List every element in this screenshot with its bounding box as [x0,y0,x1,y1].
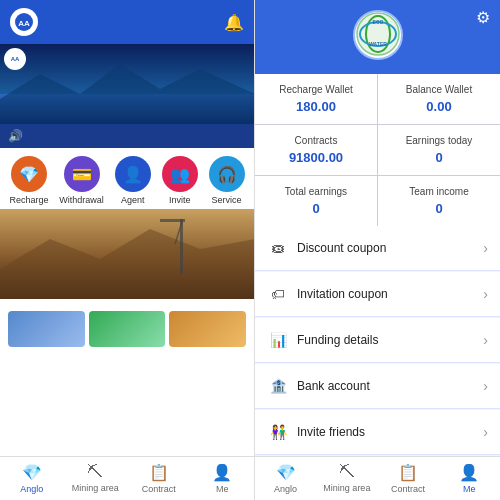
contracts-label: Contracts [263,135,369,146]
stats-grid: Recharge Wallet 180.00 Balance Wallet 0.… [255,74,500,226]
funding-details-icon: 📊 [267,329,289,351]
banner-brand: AA [4,48,30,70]
menu-bank-account[interactable]: 🏦 Bank account › [255,364,500,409]
left-nav-me[interactable]: 👤 Me [191,457,255,500]
icon-label: Service [212,195,242,205]
eco-logo: ECO WATER [353,10,403,60]
discount-coupon-icon: 🎟 [267,237,289,259]
nav-icon: 👤 [212,463,232,482]
left-panel: AA 🔔 [0,0,255,500]
chevron-right-icon-5: › [483,424,488,440]
menu-funding-details[interactable]: 📊 Funding details › [255,318,500,363]
team-income-value: 0 [386,201,492,216]
mining-area-label [0,299,254,311]
chevron-right-icon: › [483,240,488,256]
icon-item-recharge[interactable]: 💎 Recharge [9,156,48,205]
icon-item-withdrawal[interactable]: 💳 Withdrawal [59,156,104,205]
stat-earnings-today: Earnings today 0 [378,125,500,175]
banner-logo: AA [4,48,26,70]
bank-account-icon: 🏦 [267,375,289,397]
left-header: AA 🔔 [0,0,254,44]
invite-friends-icon: 👫 [267,421,289,443]
gear-icon[interactable]: ⚙ [476,8,490,27]
invite-friends-label: Invite friends [297,425,483,439]
icon-item-agent[interactable]: 👤 Agent [115,156,151,205]
icon-circle: 💎 [11,156,47,192]
anglo-nav-label: Anglo [274,484,297,494]
menu-invite-friends[interactable]: 👫 Invite friends › [255,410,500,455]
svg-text:AA: AA [18,19,30,28]
thumb-3 [169,311,246,347]
icon-circle: 🎧 [209,156,245,192]
banner-bg [0,44,254,124]
nav-label: Me [216,484,229,494]
balance-wallet-value: 0.00 [386,99,492,114]
earnings-today-label: Earnings today [386,135,492,146]
invitation-coupon-icon: 🏷 [267,283,289,305]
chevron-right-icon-2: › [483,286,488,302]
nav-icon: 💎 [22,463,42,482]
me-nav-label: Me [463,484,476,494]
contract-nav-icon: 📋 [398,463,418,482]
icon-label: Invite [169,195,191,205]
stat-team-income: Team income 0 [378,176,500,226]
nav-label: Mining area [72,483,119,493]
icon-label: Recharge [9,195,48,205]
recharge-wallet-value: 180.00 [263,99,369,114]
app-logo: AA [10,8,38,36]
chevron-right-icon-4: › [483,378,488,394]
icon-circle: 👤 [115,156,151,192]
left-bottom-nav: 💎 Anglo ⛏ Mining area 📋 Contract 👤 Me [0,456,254,500]
right-nav-contract[interactable]: 📋 Contract [378,457,439,500]
menu-invitation-coupon[interactable]: 🏷 Invitation coupon › [255,272,500,317]
svg-text:WATER: WATER [369,41,387,47]
thumb-2 [89,311,166,347]
mining-nav-icon: ⛏ [339,463,355,481]
banner-image: AA [0,44,254,124]
left-nav-contract[interactable]: 📋 Contract [127,457,191,500]
bank-account-label: Bank account [297,379,483,393]
mining-nav-label: Mining area [323,483,370,493]
bell-icon[interactable]: 🔔 [224,13,244,32]
discount-coupon-label: Discount coupon [297,241,483,255]
stat-balance-wallet: Balance Wallet 0.00 [378,74,500,124]
right-nav-mining[interactable]: ⛏ Mining area [316,457,377,500]
invitation-coupon-label: Invitation coupon [297,287,483,301]
me-nav-icon: 👤 [459,463,479,482]
earnings-today-value: 0 [386,150,492,165]
left-nav-anglo[interactable]: 💎 Anglo [0,457,64,500]
stat-total-earnings: Total earnings 0 [255,176,377,226]
quick-actions: 💎 Recharge 💳 Withdrawal 👤 Agent 👥 Invite… [0,148,254,209]
svg-text:ECO: ECO [372,19,383,25]
stat-contracts: Contracts 91800.00 [255,125,377,175]
ticker-icon: 🔊 [8,129,23,143]
ticker-bar: 🔊 [0,124,254,148]
contracts-value: 91800.00 [263,150,369,165]
icon-circle: 💳 [64,156,100,192]
right-bottom-nav: 💎 Anglo ⛏ Mining area 📋 Contract 👤 Me [255,456,500,500]
menu-list: 🎟 Discount coupon › 🏷 Invitation coupon … [255,226,500,456]
icon-item-service[interactable]: 🎧 Service [209,156,245,205]
scene-image [0,209,254,299]
stat-recharge-wallet: Recharge Wallet 180.00 [255,74,377,124]
left-nav-mining-area[interactable]: ⛏ Mining area [64,457,128,500]
team-income-label: Team income [386,186,492,197]
contract-nav-label: Contract [391,484,425,494]
icon-label: Withdrawal [59,195,104,205]
right-panel: ⚙ ECO WATER Recharge Wallet 180.00 Balan… [255,0,500,500]
nav-icon: 📋 [149,463,169,482]
right-nav-me[interactable]: 👤 Me [439,457,500,500]
funding-details-label: Funding details [297,333,483,347]
nav-label: Contract [142,484,176,494]
total-earnings-value: 0 [263,201,369,216]
menu-discount-coupon[interactable]: 🎟 Discount coupon › [255,226,500,271]
anglo-nav-icon: 💎 [276,463,296,482]
right-nav-anglo[interactable]: 💎 Anglo [255,457,316,500]
icon-circle: 👥 [162,156,198,192]
nav-icon: ⛏ [87,463,103,481]
thumb-1 [8,311,85,347]
icon-item-invite[interactable]: 👥 Invite [162,156,198,205]
total-earnings-label: Total earnings [263,186,369,197]
balance-wallet-label: Balance Wallet [386,84,492,95]
nav-label: Anglo [20,484,43,494]
